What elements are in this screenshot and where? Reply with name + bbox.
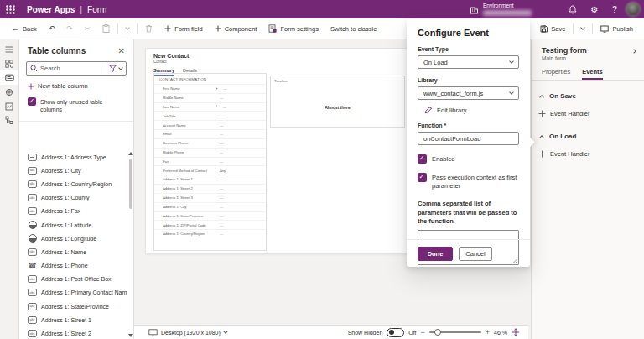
enabled-checkbox[interactable]: Enabled xyxy=(418,154,519,164)
publish-button[interactable]: Publish xyxy=(595,18,639,39)
function-input[interactable] xyxy=(423,135,513,143)
form-field-row[interactable]: Job Title --- xyxy=(154,111,266,120)
function-label: Function * xyxy=(418,123,519,128)
zoom-slider-knob[interactable] xyxy=(434,329,441,336)
zoom-level: 46 % xyxy=(494,330,507,336)
delete-button[interactable] xyxy=(139,18,158,39)
table-column-list-item[interactable]: Address 1: Street 1 xyxy=(19,313,127,326)
table-column-list-item[interactable]: Address 1: Street 2 xyxy=(19,326,127,339)
table-column-list-item[interactable]: Address 1: Name xyxy=(19,245,127,258)
table-columns-list: Address 1: Address Type Address 1: City … xyxy=(19,150,127,339)
form-field-row[interactable]: Address 1: Street 1 --- xyxy=(154,175,266,184)
switch-to-classic-button[interactable]: Switch to classic xyxy=(325,18,382,39)
table-column-list-item[interactable]: Address 1: Phone xyxy=(19,259,127,273)
add-form-field-button[interactable]: Form field xyxy=(158,18,208,39)
properties-panel: Testing form Main form Properties Events… xyxy=(531,39,644,339)
edit-library-button[interactable]: Edit library xyxy=(424,106,519,114)
table-column-list-item[interactable]: Address 1: State/Province xyxy=(19,300,127,313)
form-field-row[interactable]: Account Name --- xyxy=(154,120,266,129)
on-load-add-event-handler-button[interactable]: Event Handler xyxy=(538,150,644,158)
on-load-section-header[interactable]: On Load xyxy=(540,133,644,140)
on-save-section-header[interactable]: On Save xyxy=(540,92,644,100)
column-type-icon xyxy=(28,167,37,175)
app-launcher-waffle-icon[interactable] xyxy=(0,0,20,18)
zoom-out-button[interactable]: − xyxy=(421,328,425,336)
zoom-in-button[interactable]: + xyxy=(486,328,490,336)
app-name[interactable]: Power Apps xyxy=(27,5,75,14)
table-column-list-item[interactable]: Address 1: County xyxy=(19,191,127,205)
table-column-list-item[interactable]: Address 1: Longitude xyxy=(19,232,127,245)
back-button[interactable]: ← Back xyxy=(0,18,43,39)
close-panel-icon[interactable]: ✕ xyxy=(118,46,125,55)
notifications-bell-icon[interactable] xyxy=(565,0,580,18)
save-floppy-icon xyxy=(540,25,548,33)
table-columns-rail-icon[interactable] xyxy=(0,70,18,85)
cut-button[interactable]: ✂ xyxy=(79,18,97,39)
filter-chevron-icon[interactable] xyxy=(118,65,123,70)
table-column-list-item[interactable]: Address 1: Primary Contact Name xyxy=(19,286,127,300)
save-button[interactable]: Save xyxy=(534,18,571,39)
scroll-up-arrow[interactable] xyxy=(128,152,133,155)
library-dropdown[interactable]: www_contact_form.js xyxy=(418,86,519,100)
form-field-row[interactable]: Address 1: ZIP/Postal Code --- xyxy=(154,220,266,229)
save-options-button[interactable] xyxy=(575,18,590,39)
settings-gear-icon[interactable]: ⚙ xyxy=(587,0,602,18)
form-libraries-icon[interactable] xyxy=(0,99,18,113)
new-table-column-button[interactable]: New table column xyxy=(28,82,125,90)
table-column-list-item[interactable]: Address 1: Address Type xyxy=(19,150,127,164)
help-icon[interactable]: ? xyxy=(607,0,622,18)
form-field-row[interactable]: Business Phone --- xyxy=(154,138,266,148)
hamburger-menu-icon[interactable] xyxy=(0,42,18,56)
form-settings-button[interactable]: Form settings xyxy=(262,18,324,39)
form-field-row[interactable]: Fax --- xyxy=(154,157,266,166)
plus-icon xyxy=(538,150,546,158)
tab-events[interactable]: Events xyxy=(582,68,603,80)
form-field-row[interactable]: Address 1: Country/Region --- xyxy=(154,229,266,238)
form-field-row[interactable]: Address 1: Street 2 --- xyxy=(154,184,266,193)
pass-execution-context-checkbox[interactable]: Pass execution context as first paramete… xyxy=(418,173,519,190)
form-field-row[interactable]: Middle Name --- xyxy=(154,93,266,102)
search-input[interactable] xyxy=(40,65,103,72)
redo-button[interactable]: ↷ xyxy=(60,18,79,39)
timeline-section[interactable]: Timeline Almost there xyxy=(270,76,405,128)
table-column-list-item[interactable]: Address 1: Fax xyxy=(19,205,127,218)
table-column-list-item[interactable]: Address 1: City xyxy=(19,164,127,177)
on-save-add-event-handler-button[interactable]: Event Handler xyxy=(538,110,644,117)
show-hidden-toggle[interactable] xyxy=(387,328,404,337)
environment-picker[interactable]: Environment xyxy=(470,0,532,18)
form-field-row[interactable]: Preferred Method of Contact Any xyxy=(154,165,266,175)
dialog-footer: Done Cancel xyxy=(407,239,530,267)
tab-properties[interactable]: Properties xyxy=(542,68,570,80)
tree-view-icon[interactable] xyxy=(0,113,18,128)
scrollbar-thumb[interactable] xyxy=(129,159,132,209)
collapse-panel-chevron-icon[interactable] xyxy=(631,49,636,54)
table-column-list-item[interactable]: Address 1: Latitude xyxy=(19,218,127,232)
event-type-dropdown[interactable]: On Load xyxy=(418,55,519,69)
form-field-row[interactable]: Mobile Phone --- xyxy=(154,148,266,157)
contact-information-section[interactable]: CONTACT INFORMATION First Name+ --- Midd… xyxy=(153,73,267,251)
fit-to-screen-icon[interactable] xyxy=(512,328,520,336)
form-field-row[interactable]: First Name+ --- xyxy=(154,84,266,93)
device-preview-selector[interactable]: Desktop (1920 x 1080) xyxy=(148,329,227,336)
form-field-row[interactable]: Address 1: City --- xyxy=(154,202,266,211)
scroll-down-arrow[interactable] xyxy=(128,334,133,337)
undo-button[interactable]: ↶ xyxy=(43,18,61,39)
components-icon[interactable] xyxy=(0,56,18,70)
form-field-row[interactable]: Address 1: State/Province --- xyxy=(154,211,266,221)
search-icon xyxy=(30,65,38,72)
add-component-button[interactable]: Component xyxy=(209,18,263,39)
show-unused-checkbox[interactable]: Show only unused table columns xyxy=(28,97,125,113)
table-column-list-item[interactable]: Address 1: Country/Region xyxy=(19,177,127,190)
table-column-list-item[interactable]: Address 1: Post Office Box xyxy=(19,273,127,286)
more-commands-button[interactable] xyxy=(120,18,135,39)
form-field-row[interactable]: Email --- xyxy=(154,129,266,138)
table-icon[interactable] xyxy=(0,85,18,99)
form-field-row[interactable]: Address 1: Street 3 --- xyxy=(154,193,266,202)
zoom-slider[interactable] xyxy=(429,331,481,333)
user-avatar[interactable] xyxy=(626,2,641,17)
form-field-row[interactable]: Last Name* --- xyxy=(154,102,266,112)
paste-button[interactable] xyxy=(96,18,116,39)
done-button[interactable]: Done xyxy=(418,247,453,261)
filter-funnel-icon[interactable] xyxy=(109,65,117,72)
cancel-button[interactable]: Cancel xyxy=(459,247,492,261)
